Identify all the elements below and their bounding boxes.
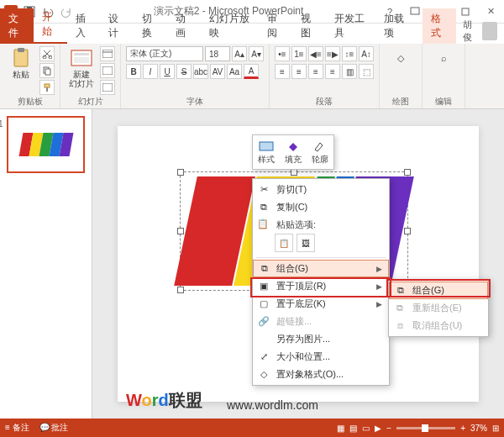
paste-options: 📋 🖼 — [253, 232, 389, 255]
menu-send-back[interactable]: ▢置于底层(K)▶ — [253, 295, 389, 313]
ribbon-tabs: 文件 开始 插入 设计 切换 动画 幻灯片放映 审阅 视图 开发工具 加载项 格… — [0, 24, 504, 44]
shrink-font-button[interactable]: A▾ — [249, 46, 264, 61]
tab-slideshow[interactable]: 幻灯片放映 — [201, 8, 259, 44]
scissors-icon: ✂ — [257, 183, 270, 197]
increase-indent-button[interactable]: ≡▶ — [325, 46, 340, 61]
view-reading-icon[interactable]: ▭ — [362, 424, 370, 433]
chevron-right-icon: ▶ — [376, 300, 382, 308]
thumbnail-number: 1 — [0, 119, 3, 129]
justify-button[interactable]: ≡ — [325, 64, 340, 79]
regroup-icon: ⧉ — [393, 302, 407, 315]
status-comments[interactable]: 💬 批注 — [39, 422, 69, 434]
layout-button[interactable] — [100, 46, 115, 61]
group-icon: ⧉ — [394, 284, 407, 297]
menu-save-as-picture[interactable]: 另存为图片... — [253, 330, 389, 348]
underline-button[interactable]: U — [160, 64, 175, 79]
columns-button[interactable]: ▥ — [342, 64, 357, 79]
shadow-button[interactable]: abc — [193, 64, 208, 79]
svg-rect-11 — [45, 69, 50, 75]
case-button[interactable]: Aa — [227, 64, 242, 79]
style-button[interactable]: 样式 — [253, 135, 280, 169]
bring-front-icon: ▣ — [257, 280, 270, 293]
new-slide-icon — [70, 46, 93, 70]
grow-font-button[interactable]: A▴ — [232, 46, 247, 61]
link-icon: 🔗 — [257, 315, 270, 329]
status-notes[interactable]: ≡ 备注 — [5, 422, 29, 434]
group-drawing: 绘图 — [385, 95, 417, 108]
tab-insert[interactable]: 插入 — [67, 8, 101, 44]
outline-button[interactable]: 轮廓 — [307, 135, 333, 169]
align-left-button[interactable]: ≡ — [275, 64, 290, 79]
paste-option-2[interactable]: 🖼 — [297, 234, 315, 252]
svg-rect-20 — [102, 83, 113, 92]
tab-file[interactable]: 文件 — [0, 8, 34, 44]
font-family-select[interactable]: 宋体 (正文) — [126, 46, 203, 61]
align-right-button[interactable]: ≡ — [308, 64, 323, 79]
text-direction-button[interactable]: A↕ — [359, 46, 374, 61]
submenu-group[interactable]: ⧉组合(G) — [389, 282, 488, 299]
menu-paste-options-label: 📋粘贴选项: — [253, 216, 389, 232]
slide-thumbnail-1[interactable]: 1 — [7, 116, 85, 173]
paste-button[interactable]: 粘贴 — [5, 46, 37, 79]
tab-review[interactable]: 审阅 — [259, 8, 292, 44]
drawing-button[interactable]: ◇ — [385, 46, 417, 70]
chevron-right-icon: ▶ — [376, 265, 382, 273]
tab-addin[interactable]: 加载项 — [375, 8, 417, 44]
outline-icon — [312, 139, 328, 154]
fit-window-icon[interactable]: ⊞ — [492, 424, 499, 433]
svg-rect-7 — [18, 48, 24, 52]
svg-rect-5 — [462, 8, 469, 15]
menu-group[interactable]: ⧉组合(G)▶ — [253, 260, 389, 277]
menu-copy[interactable]: ⧉复制(C) — [253, 198, 389, 216]
view-normal-icon[interactable]: ▦ — [337, 424, 344, 433]
font-size-select[interactable]: 18 — [205, 46, 230, 61]
user-name: 胡俊 — [463, 18, 478, 44]
user-account[interactable]: 胡俊 — [456, 18, 504, 44]
spacing-button[interactable]: AV — [210, 64, 225, 79]
svg-rect-13 — [46, 87, 48, 92]
smartart-button[interactable]: ⬚ — [359, 64, 374, 79]
section-button[interactable] — [100, 80, 115, 95]
view-sorter-icon[interactable]: ▤ — [349, 424, 357, 433]
decrease-indent-button[interactable]: ◀≡ — [308, 46, 323, 61]
reset-button[interactable] — [100, 63, 115, 78]
align-center-button[interactable]: ≡ — [291, 64, 307, 79]
tab-home[interactable]: 开始 — [34, 7, 67, 44]
bold-button[interactable]: B — [126, 64, 141, 79]
zoom-out-button[interactable]: − — [386, 424, 391, 433]
new-slide-button[interactable]: 新建 幻灯片 — [66, 46, 97, 88]
menu-format-object[interactable]: ◇置对象格式(O)... — [253, 366, 389, 383]
menu-cut[interactable]: ✂剪切(T) — [253, 181, 389, 198]
zoom-slider[interactable] — [396, 427, 455, 429]
zoom-in-button[interactable]: + — [460, 424, 465, 433]
tab-design[interactable]: 设计 — [100, 8, 134, 44]
fill-button[interactable]: 填充 — [280, 135, 307, 169]
tab-view[interactable]: 视图 — [292, 8, 326, 44]
format-painter-button[interactable] — [39, 80, 55, 95]
style-icon — [258, 139, 275, 154]
numbering-button[interactable]: 1≡ — [291, 46, 307, 61]
line-spacing-button[interactable]: ↕≡ — [342, 46, 357, 61]
copy-button[interactable] — [39, 63, 55, 78]
menu-size-position[interactable]: ⤢大小和位置... — [253, 348, 389, 366]
tab-animation[interactable]: 动画 — [167, 8, 201, 44]
maximize-icon[interactable] — [455, 3, 475, 20]
zoom-level[interactable]: 37% — [470, 424, 487, 433]
close-icon[interactable]: ✕ — [480, 3, 501, 20]
tab-format[interactable]: 格式 — [423, 8, 456, 44]
group-paragraph: 段落 — [275, 95, 374, 108]
bullets-button[interactable]: •≡ — [275, 46, 290, 61]
font-color-button[interactable]: A — [244, 64, 259, 79]
italic-button[interactable]: I — [143, 64, 158, 79]
cut-button[interactable] — [39, 46, 55, 61]
menu-bring-front[interactable]: ▣置于顶层(R)▶ — [253, 277, 389, 295]
watermark-logo: Word联盟 — [126, 389, 202, 412]
paste-option-1[interactable]: 📋 — [275, 234, 293, 252]
editing-button[interactable]: ⌕ — [428, 46, 459, 70]
ribbon: 粘贴 剪贴板 新建 幻灯片 幻灯片 宋体 (正 — [0, 44, 504, 109]
tab-dev[interactable]: 开发工具 — [326, 8, 376, 44]
tab-transition[interactable]: 切换 — [134, 8, 167, 44]
strikethrough-button[interactable]: S — [176, 64, 192, 79]
svg-rect-12 — [45, 84, 50, 87]
view-slideshow-icon[interactable]: ▶ — [375, 424, 381, 433]
